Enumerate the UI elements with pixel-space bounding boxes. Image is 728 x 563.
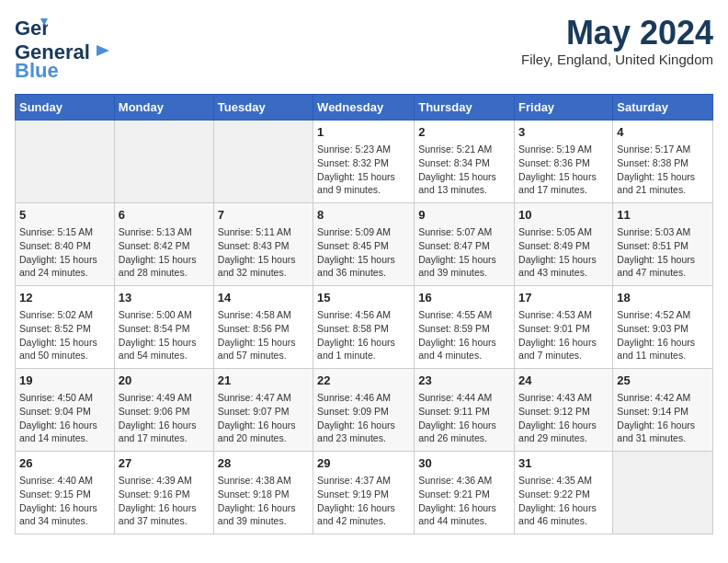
- day-info: Sunrise: 4:49 AM Sunset: 9:06 PM Dayligh…: [119, 391, 210, 445]
- day-number: 20: [119, 373, 210, 389]
- calendar-week-row: 19Sunrise: 4:50 AM Sunset: 9:04 PM Dayli…: [16, 369, 713, 452]
- calendar-cell: [613, 452, 713, 534]
- calendar-cell: 5Sunrise: 5:15 AM Sunset: 8:40 PM Daylig…: [16, 203, 115, 286]
- calendar-cell: 7Sunrise: 5:11 AM Sunset: 8:43 PM Daylig…: [213, 203, 313, 286]
- title-block: May 2024 Filey, England, United Kingdom: [521, 15, 713, 67]
- calendar-cell: 11Sunrise: 5:03 AM Sunset: 8:51 PM Dayli…: [613, 203, 713, 286]
- calendar-cell: 23Sunrise: 4:44 AM Sunset: 9:11 PM Dayli…: [415, 369, 515, 452]
- calendar-cell: 9Sunrise: 5:07 AM Sunset: 8:47 PM Daylig…: [415, 203, 515, 286]
- day-number: 28: [218, 455, 309, 472]
- calendar-cell: [16, 121, 115, 203]
- day-info: Sunrise: 5:02 AM Sunset: 8:52 PM Dayligh…: [19, 308, 110, 362]
- location: Filey, England, United Kingdom: [521, 52, 713, 67]
- calendar-cell: 21Sunrise: 4:47 AM Sunset: 9:07 PM Dayli…: [213, 369, 313, 452]
- day-info: Sunrise: 5:19 AM Sunset: 8:36 PM Dayligh…: [518, 143, 609, 197]
- day-number: 25: [617, 373, 709, 389]
- header-thursday: Thursday: [415, 95, 515, 121]
- day-info: Sunrise: 5:23 AM Sunset: 8:32 PM Dayligh…: [317, 143, 410, 197]
- day-info: Sunrise: 4:55 AM Sunset: 8:59 PM Dayligh…: [418, 308, 510, 362]
- day-number: 13: [119, 290, 210, 306]
- calendar-cell: 29Sunrise: 4:37 AM Sunset: 9:19 PM Dayli…: [313, 452, 415, 534]
- calendar-cell: [213, 121, 313, 203]
- day-info: Sunrise: 4:44 AM Sunset: 9:11 PM Dayligh…: [418, 391, 510, 445]
- day-number: 22: [317, 373, 410, 389]
- calendar-cell: 13Sunrise: 5:00 AM Sunset: 8:54 PM Dayli…: [114, 286, 213, 369]
- calendar-cell: 4Sunrise: 5:17 AM Sunset: 8:38 PM Daylig…: [613, 121, 713, 203]
- day-number: 26: [19, 455, 110, 472]
- calendar-cell: 27Sunrise: 4:39 AM Sunset: 9:16 PM Dayli…: [114, 452, 213, 534]
- calendar-cell: 20Sunrise: 4:49 AM Sunset: 9:06 PM Dayli…: [114, 369, 213, 452]
- logo-icon: General: [15, 15, 48, 42]
- calendar-cell: 14Sunrise: 4:58 AM Sunset: 8:56 PM Dayli…: [213, 286, 313, 369]
- day-number: 17: [518, 290, 609, 306]
- day-info: Sunrise: 5:05 AM Sunset: 8:49 PM Dayligh…: [518, 225, 609, 280]
- logo: General General Blue: [15, 15, 111, 83]
- header-sunday: Sunday: [16, 95, 115, 121]
- calendar-cell: 16Sunrise: 4:55 AM Sunset: 8:59 PM Dayli…: [415, 286, 515, 369]
- calendar-cell: 8Sunrise: 5:09 AM Sunset: 8:45 PM Daylig…: [313, 203, 415, 286]
- calendar-cell: 10Sunrise: 5:05 AM Sunset: 8:49 PM Dayli…: [515, 203, 613, 286]
- header-monday: Monday: [114, 95, 213, 121]
- logo-arrow-icon: [93, 42, 109, 59]
- day-number: 11: [617, 207, 709, 224]
- calendar-cell: 24Sunrise: 4:43 AM Sunset: 9:12 PM Dayli…: [515, 369, 613, 452]
- day-number: 1: [317, 124, 410, 141]
- day-info: Sunrise: 4:37 AM Sunset: 9:19 PM Dayligh…: [317, 474, 410, 528]
- calendar-cell: 31Sunrise: 4:35 AM Sunset: 9:22 PM Dayli…: [515, 452, 613, 534]
- day-info: Sunrise: 4:58 AM Sunset: 8:56 PM Dayligh…: [218, 308, 309, 362]
- month-year: May 2024: [521, 15, 713, 52]
- day-number: 16: [418, 290, 510, 306]
- calendar-week-row: 26Sunrise: 4:40 AM Sunset: 9:15 PM Dayli…: [16, 452, 713, 534]
- calendar-header-row: SundayMondayTuesdayWednesdayThursdayFrid…: [16, 95, 713, 121]
- header-saturday: Saturday: [613, 95, 713, 121]
- calendar-cell: 6Sunrise: 5:13 AM Sunset: 8:42 PM Daylig…: [114, 203, 213, 286]
- day-number: 23: [418, 373, 510, 389]
- day-number: 27: [119, 455, 210, 472]
- calendar-cell: 30Sunrise: 4:36 AM Sunset: 9:21 PM Dayli…: [415, 452, 515, 534]
- calendar-cell: 3Sunrise: 5:19 AM Sunset: 8:36 PM Daylig…: [515, 121, 613, 203]
- day-number: 10: [518, 207, 609, 224]
- logo-blue: Blue: [15, 59, 59, 83]
- day-number: 12: [19, 290, 110, 306]
- day-number: 18: [617, 290, 709, 306]
- day-number: 3: [518, 124, 609, 141]
- day-info: Sunrise: 4:43 AM Sunset: 9:12 PM Dayligh…: [518, 391, 609, 445]
- calendar-week-row: 1Sunrise: 5:23 AM Sunset: 8:32 PM Daylig…: [16, 121, 713, 203]
- day-info: Sunrise: 5:21 AM Sunset: 8:34 PM Dayligh…: [418, 143, 510, 197]
- calendar-cell: 25Sunrise: 4:42 AM Sunset: 9:14 PM Dayli…: [613, 369, 713, 452]
- day-number: 6: [119, 207, 210, 224]
- day-number: 4: [617, 124, 709, 141]
- day-info: Sunrise: 5:09 AM Sunset: 8:45 PM Dayligh…: [317, 225, 410, 280]
- calendar-cell: 17Sunrise: 4:53 AM Sunset: 9:01 PM Dayli…: [515, 286, 613, 369]
- calendar-cell: [114, 121, 213, 203]
- day-info: Sunrise: 4:46 AM Sunset: 9:09 PM Dayligh…: [317, 391, 410, 445]
- day-number: 7: [218, 207, 309, 224]
- calendar-cell: 12Sunrise: 5:02 AM Sunset: 8:52 PM Dayli…: [16, 286, 115, 369]
- day-info: Sunrise: 4:50 AM Sunset: 9:04 PM Dayligh…: [19, 391, 110, 445]
- day-number: 19: [19, 373, 110, 389]
- day-info: Sunrise: 4:53 AM Sunset: 9:01 PM Dayligh…: [518, 308, 609, 362]
- day-number: 24: [518, 373, 609, 389]
- day-info: Sunrise: 4:47 AM Sunset: 9:07 PM Dayligh…: [218, 391, 309, 445]
- day-info: Sunrise: 5:11 AM Sunset: 8:43 PM Dayligh…: [218, 225, 309, 280]
- page-header: General General Blue May 2024 Filey, Eng…: [15, 15, 713, 83]
- day-number: 31: [518, 455, 609, 472]
- svg-marker-2: [97, 45, 109, 56]
- header-friday: Friday: [515, 95, 613, 121]
- day-number: 14: [218, 290, 309, 306]
- day-number: 5: [19, 207, 110, 224]
- day-info: Sunrise: 5:15 AM Sunset: 8:40 PM Dayligh…: [19, 225, 110, 280]
- calendar-week-row: 5Sunrise: 5:15 AM Sunset: 8:40 PM Daylig…: [16, 203, 713, 286]
- calendar-cell: 15Sunrise: 4:56 AM Sunset: 8:58 PM Dayli…: [313, 286, 415, 369]
- day-info: Sunrise: 4:56 AM Sunset: 8:58 PM Dayligh…: [317, 308, 410, 362]
- day-info: Sunrise: 4:35 AM Sunset: 9:22 PM Dayligh…: [518, 474, 609, 528]
- calendar-table: SundayMondayTuesdayWednesdayThursdayFrid…: [15, 94, 713, 534]
- day-number: 15: [317, 290, 410, 306]
- day-number: 8: [317, 207, 410, 224]
- header-tuesday: Tuesday: [213, 95, 313, 121]
- day-number: 21: [218, 373, 309, 389]
- calendar-cell: 19Sunrise: 4:50 AM Sunset: 9:04 PM Dayli…: [16, 369, 115, 452]
- calendar-cell: 1Sunrise: 5:23 AM Sunset: 8:32 PM Daylig…: [313, 121, 415, 203]
- header-wednesday: Wednesday: [313, 95, 415, 121]
- day-info: Sunrise: 4:38 AM Sunset: 9:18 PM Dayligh…: [218, 474, 309, 528]
